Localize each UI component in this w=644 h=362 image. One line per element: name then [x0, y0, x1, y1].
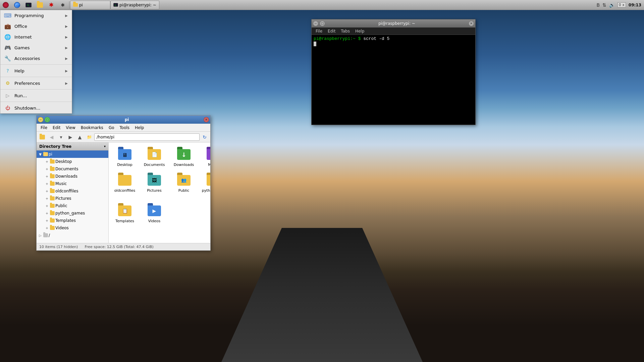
file-name-music: Music [208, 163, 210, 167]
file-item-documents[interactable]: Documents [141, 145, 168, 168]
toolbar-back-btn[interactable]: ◀ [47, 133, 56, 141]
tree-label-pictures: Pictures [55, 196, 71, 201]
tree-item-oldconffiles[interactable]: + oldconffiles [37, 187, 108, 195]
tree-item-pi[interactable]: ▼ pi [37, 150, 108, 158]
tree-item-videos[interactable]: + Videos [37, 224, 108, 232]
tree-item-documents[interactable]: + Documents [37, 165, 108, 173]
menu-bookmarks[interactable]: Bookmarks [78, 125, 106, 131]
network-icon[interactable]: ⇅ [602, 2, 606, 8]
menu-item-preferences[interactable]: ⚙ Preferences ▶ [0, 78, 72, 88]
toolbar-up-btn[interactable]: ▲ [75, 133, 84, 141]
minimize-button[interactable]: − [38, 117, 43, 122]
file-item-desktop[interactable]: Desktop [111, 145, 138, 168]
folder-public [177, 175, 191, 186]
tree-item-python-games[interactable]: + python_games [37, 209, 108, 217]
toolbar-path-icon[interactable]: 📁 [85, 133, 94, 141]
menu-item-internet[interactable]: 🌐 Internet ▶ [0, 32, 72, 42]
terminal-close-btn[interactable]: ✕ [469, 21, 474, 26]
close-button[interactable]: ✕ [204, 117, 209, 122]
file-item-videos[interactable]: Videos [141, 201, 168, 225]
terminal-launch-btn[interactable]: $_ [23, 0, 34, 10]
taskbar-separator-1 [69, 1, 69, 9]
menu-item-shutdown[interactable]: ⏻ Shutdown... [0, 103, 72, 113]
file-item-python-games[interactable]: python_games [200, 171, 210, 198]
tree-item-root[interactable]: ▷ / [37, 232, 108, 239]
mute-label[interactable]: 0 x [618, 2, 626, 7]
folder-desktop [118, 149, 131, 160]
menu-item-games[interactable]: 🎮 Games ▶ [0, 42, 72, 53]
menu-item-programming[interactable]: ⌨ Programming ▶ [0, 10, 72, 21]
bluetooth-icon[interactable]: B [596, 2, 600, 8]
file-item-pictures[interactable]: Pictures [141, 171, 168, 198]
menu-item-office[interactable]: 💼 Office ▶ [0, 21, 72, 32]
file-item-downloads[interactable]: Downloads [170, 145, 197, 168]
terminal-menu-tabs[interactable]: Tabs [338, 28, 353, 34]
globe-btn[interactable] [11, 0, 23, 10]
file-item-public[interactable]: Public [170, 171, 197, 198]
terminal-titlebar[interactable]: − □ pi@raspberrypi: ~ ✕ [312, 19, 475, 27]
tree-item-public[interactable]: + Public [37, 202, 108, 209]
toolbar-home-btn[interactable] [38, 133, 47, 141]
tree-item-downloads[interactable]: + Downloads [37, 173, 108, 180]
menu-item-run[interactable]: ▷ Run... [0, 90, 72, 101]
menu-file[interactable]: File [38, 125, 50, 131]
tree-item-pictures[interactable]: + Pictures [37, 195, 108, 202]
address-bar[interactable]: /home/pi [94, 133, 200, 141]
asterisk-dark-icon: ✱ [60, 2, 66, 8]
menu-sep-3 [0, 89, 72, 89]
asterisk-dark-btn[interactable]: ✱ [57, 0, 68, 10]
asterisk-red-btn[interactable]: ✱ [46, 0, 57, 10]
tree-item-templates[interactable]: + Templates [37, 217, 108, 224]
volume-icon[interactable]: 🔊 [609, 2, 615, 8]
globe-icon [14, 2, 20, 8]
file-item-oldconffiles[interactable]: oldconffiles [111, 171, 138, 198]
menu-item-accessories[interactable]: 🔧 Accessories ▶ [0, 53, 72, 64]
tree-item-desktop[interactable]: + Desktop [37, 158, 108, 165]
folder-icon-root [43, 233, 48, 237]
menu-item-help[interactable]: ? Help ▶ [0, 65, 72, 76]
tree-item-music[interactable]: + Music [37, 180, 108, 187]
taskbar-window-pi-folder[interactable]: pi [70, 1, 110, 9]
file-manager-titlebar[interactable]: − □ pi ✕ [37, 116, 210, 124]
menu-help[interactable]: Help [132, 125, 147, 131]
terminal-prompt: pi@raspberrypi:~ [314, 36, 356, 41]
toolbar-dropdown-btn[interactable]: ▾ [57, 133, 65, 141]
folder-documents [148, 149, 161, 160]
menu-tools[interactable]: Tools [117, 125, 132, 131]
menu-view[interactable]: View [63, 125, 78, 131]
terminal-maximize-btn[interactable]: □ [320, 21, 325, 26]
terminal-menu-file[interactable]: File [313, 28, 325, 34]
terminal-content[interactable]: pi@raspberrypi:~ $ scrot -d 5 [312, 35, 475, 125]
file-manager-btn[interactable] [34, 0, 46, 10]
folder-icon-downloads [50, 174, 55, 178]
file-name-public: Public [178, 188, 190, 193]
terminal-dollar: $ [356, 36, 363, 41]
terminal-line-2 [314, 41, 473, 46]
games-icon: 🎮 [4, 45, 11, 51]
sidebar-header[interactable]: Directory Tree ▾ [37, 142, 108, 150]
toolbar-refresh-btn[interactable]: ↻ [200, 133, 209, 141]
file-item-templates[interactable]: Templates [111, 201, 138, 225]
menu-sep-2 [0, 77, 72, 77]
terminal-menu-help[interactable]: Help [353, 28, 367, 34]
toolbar-forward-btn[interactable]: ▶ [66, 133, 75, 141]
folder-music [207, 149, 210, 160]
raspberry-menu-btn[interactable] [0, 0, 11, 10]
file-manager-menubar: File Edit View Bookmarks Go Tools Help [37, 124, 210, 132]
file-name-templates: Templates [115, 219, 134, 223]
menu-go[interactable]: Go [106, 125, 117, 131]
menu-edit[interactable]: Edit [50, 125, 63, 131]
folder-icon-documents [50, 167, 55, 171]
file-manager-content: Directory Tree ▾ ▼ pi + Desktop + [37, 142, 210, 243]
menu-arrow-help: ▶ [65, 69, 68, 73]
terminal-minimize-btn[interactable]: − [313, 21, 318, 26]
maximize-button[interactable]: □ [45, 117, 50, 122]
taskbar-window-terminal[interactable]: $_ pi@raspberrypi: ~ [110, 1, 159, 9]
folder-icon-oldconf [50, 189, 55, 193]
folder-icon-small [73, 3, 78, 7]
file-item-music[interactable]: Music [200, 145, 210, 168]
folder-icon-videos [50, 226, 55, 230]
menu-label-preferences: Preferences [14, 81, 62, 86]
terminal-menu-edit[interactable]: Edit [325, 28, 338, 34]
items-count: 10 items (17 hidden) [39, 245, 78, 249]
